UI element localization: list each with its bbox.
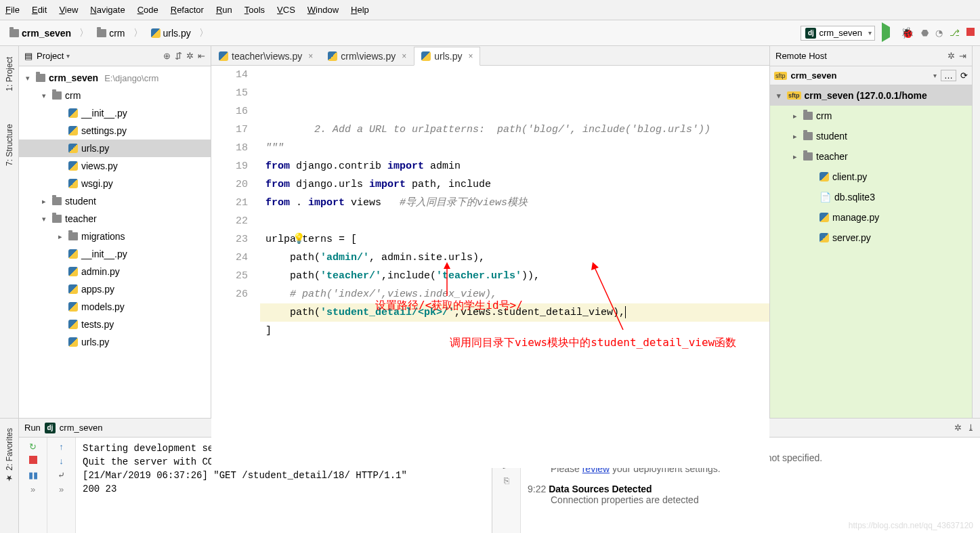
- hide-right-icon[interactable]: ⇥: [959, 51, 966, 61]
- close-tab-icon[interactable]: ×: [402, 51, 406, 61]
- pause-button[interactable]: ▮▮: [28, 470, 38, 480]
- tree-row[interactable]: ▾teacher: [19, 210, 211, 228]
- editor-code[interactable]: 2. Add a URL to urlpatterns: path('blog/…: [260, 66, 769, 468]
- menu-code[interactable]: Code: [137, 5, 158, 15]
- menu-file[interactable]: File: [5, 5, 20, 15]
- python-file-icon: [68, 337, 78, 347]
- remote-tree[interactable]: ▾sftpcrm_seven (127.0.0.1/home ▸crm▸stud…: [770, 85, 972, 418]
- tree-row[interactable]: __init__.py: [19, 245, 211, 263]
- tree-row[interactable]: settings.py: [19, 122, 211, 140]
- intention-bulb-icon[interactable]: 💡: [293, 230, 305, 249]
- menu-tools[interactable]: Tools: [244, 5, 265, 15]
- annotation-1: 设置路径/<获取的学生id号>/: [375, 296, 523, 314]
- remote-host-panel: Remote Host ✲⇥ sftp crm_seven ▾ … ⟳ ▾sft…: [769, 46, 972, 418]
- menu-navigate[interactable]: Navigate: [90, 5, 125, 15]
- remote-tree-row[interactable]: client.py: [770, 167, 972, 187]
- browse-button[interactable]: …: [941, 70, 956, 81]
- run-button[interactable]: [882, 27, 894, 39]
- code-line[interactable]: path('admin/', admin.site.urls),: [260, 249, 769, 267]
- filter-icon[interactable]: ⎘: [504, 475, 509, 486]
- tree-row[interactable]: ▾crm_sevenE:\django\crm: [19, 69, 211, 87]
- stop-button[interactable]: [966, 28, 975, 38]
- code-line[interactable]: urlpatterns = [: [260, 230, 769, 249]
- structure-tool-tab[interactable]: 7: Structure: [3, 120, 16, 181]
- code-line[interactable]: from django.urls import path, include: [260, 175, 769, 194]
- breadcrumb-item[interactable]: crm_seven: [5, 26, 75, 40]
- menu-vcs[interactable]: VCS: [277, 5, 295, 15]
- editor-tab[interactable]: urls.py×: [414, 47, 480, 66]
- breadcrumb: crm_seven〉crm〉urls.py〉: [5, 26, 209, 40]
- remote-tree-row[interactable]: 📄db.sqlite3: [770, 187, 972, 207]
- project-tool-tab[interactable]: 1: Project: [3, 53, 16, 106]
- coverage-button[interactable]: ⬣: [921, 28, 929, 38]
- wrap-button[interactable]: ⤶: [58, 470, 65, 480]
- tree-row[interactable]: apps.py: [19, 280, 211, 298]
- tree-row[interactable]: urls.py: [19, 140, 211, 157]
- collapse-icon[interactable]: ⇵: [175, 51, 182, 61]
- profile-button[interactable]: ◔: [935, 28, 943, 38]
- editor-tab[interactable]: crm\views.py×: [320, 46, 414, 65]
- tree-row[interactable]: ▸student: [19, 192, 211, 210]
- menu-help[interactable]: Help: [351, 5, 369, 15]
- editor-tab[interactable]: teacher\views.py×: [211, 46, 320, 65]
- remote-tree-row[interactable]: server.py: [770, 228, 972, 248]
- settings-icon[interactable]: ✲: [186, 51, 194, 61]
- code-line[interactable]: from . import views #导入同目录下的views模块: [260, 194, 769, 212]
- code-editor[interactable]: 14151617181920212223242526 2. Add a URL …: [211, 66, 769, 468]
- folder-icon: [97, 29, 106, 37]
- python-file-icon: [68, 126, 78, 135]
- remote-tree-row[interactable]: ▸student: [770, 126, 972, 146]
- tree-row[interactable]: admin.py: [19, 263, 211, 280]
- close-tab-icon[interactable]: ×: [308, 51, 313, 61]
- code-line[interactable]: [260, 212, 769, 230]
- remote-server-name[interactable]: crm_seven: [791, 70, 929, 81]
- code-line[interactable]: from django.contrib import admin: [260, 157, 769, 175]
- tree-row[interactable]: models.py: [19, 298, 211, 316]
- tree-row[interactable]: urls.py: [19, 333, 211, 351]
- favorites-tool-tab[interactable]: ★ 2: Favorites: [3, 424, 16, 498]
- project-tree[interactable]: ▾crm_sevenE:\django\crm▾crm__init__.pyse…: [19, 66, 211, 418]
- more-button-2[interactable]: »: [59, 484, 64, 494]
- code-line[interactable]: """: [260, 139, 769, 157]
- tree-row[interactable]: views.py: [19, 157, 211, 175]
- tree-row[interactable]: tests.py: [19, 316, 211, 333]
- breadcrumb-item[interactable]: crm: [93, 26, 129, 40]
- gear-icon[interactable]: ✲: [947, 51, 955, 61]
- stop-button[interactable]: [29, 456, 37, 466]
- down-button[interactable]: ↓: [59, 456, 64, 466]
- menu-run[interactable]: Run: [216, 5, 232, 15]
- folder-icon: [9, 29, 19, 37]
- editor-gutter: 14151617181920212223242526: [211, 66, 260, 468]
- run-controls-col1: ↻ ▮▮ »: [19, 438, 47, 533]
- refresh-icon[interactable]: ⟳: [960, 70, 968, 81]
- more-button[interactable]: »: [30, 484, 35, 494]
- code-line[interactable]: path('teacher/',include('teacher.urls'))…: [260, 267, 769, 285]
- remote-tree-row[interactable]: ▸teacher: [770, 146, 972, 167]
- menu-view[interactable]: View: [59, 5, 78, 15]
- export-icon[interactable]: ⤓: [967, 423, 975, 433]
- run-configuration-selector[interactable]: dj crm_seven: [801, 26, 875, 41]
- tree-row[interactable]: wsgi.py: [19, 175, 211, 192]
- close-tab-icon[interactable]: ×: [468, 51, 473, 61]
- breadcrumb-item[interactable]: urls.py: [147, 26, 195, 40]
- locate-icon[interactable]: ⊕: [163, 51, 171, 61]
- menu-edit[interactable]: Edit: [32, 5, 47, 15]
- menu-refactor[interactable]: Refactor: [171, 5, 204, 15]
- rerun-button[interactable]: ↻: [29, 442, 37, 452]
- remote-tree-row[interactable]: ▸crm: [770, 106, 972, 126]
- up-button[interactable]: ↑: [59, 442, 64, 452]
- tree-row[interactable]: ▸migrations: [19, 228, 211, 245]
- remote-tree-row[interactable]: manage.py: [770, 207, 972, 228]
- remote-host-header: Remote Host ✲⇥: [770, 46, 972, 66]
- python-file-icon: [68, 144, 78, 153]
- gear-icon[interactable]: ✲: [954, 423, 962, 433]
- code-line[interactable]: 2. Add a URL to urlpatterns: path('blog/…: [260, 121, 769, 139]
- tree-row[interactable]: ▾crm: [19, 87, 211, 104]
- concurrency-button[interactable]: ⎇: [950, 28, 960, 38]
- debug-button[interactable]: 🐞: [901, 26, 914, 39]
- python-file-icon: [328, 51, 337, 61]
- hide-icon[interactable]: ⇤: [198, 51, 205, 61]
- menu-window[interactable]: Window: [307, 5, 339, 15]
- tree-row[interactable]: __init__.py: [19, 104, 211, 122]
- python-file-icon: [219, 51, 228, 61]
